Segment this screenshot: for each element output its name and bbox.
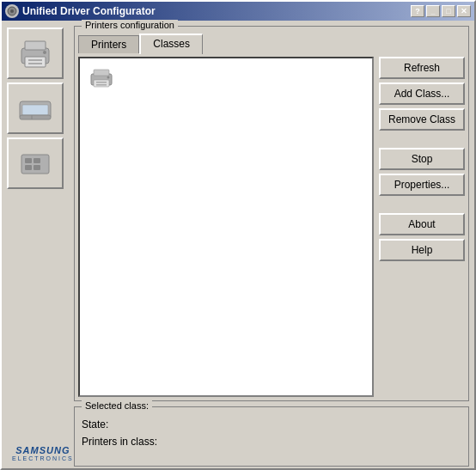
svg-rect-12 (21, 155, 49, 174)
properties-button[interactable]: Properties... (379, 174, 465, 196)
add-class-button[interactable]: Add Class... (379, 82, 465, 105)
svg-rect-14 (34, 158, 40, 163)
svg-rect-4 (25, 57, 46, 67)
refresh-button[interactable]: Refresh (379, 57, 465, 79)
svg-rect-20 (96, 82, 107, 83)
svg-rect-9 (22, 105, 48, 115)
svg-rect-15 (25, 165, 32, 170)
about-button[interactable]: About (379, 213, 465, 235)
close-button[interactable]: ✕ (457, 5, 471, 17)
left-sidebar (7, 26, 69, 467)
sidebar-item-printers[interactable] (7, 27, 64, 79)
svg-rect-21 (96, 84, 107, 86)
config-group: Printers configuration Printers Classes (74, 26, 469, 401)
title-bar-left: Unified Driver Configurator (5, 4, 156, 18)
selected-class-content: State: Printers in class: (82, 416, 461, 451)
remove-class-button[interactable]: Remove Class (379, 108, 465, 131)
help-button-main[interactable]: Help (379, 239, 465, 261)
printer-icon (16, 34, 54, 72)
brand-sub: ELECTRONICS (12, 455, 74, 461)
svg-rect-19 (94, 80, 109, 87)
svg-rect-13 (25, 158, 32, 163)
list-item[interactable] (85, 64, 367, 93)
config-group-label: Printers configuration (82, 20, 178, 30)
selected-class-label: Selected class: (82, 400, 152, 411)
sidebar-item-scanners[interactable] (7, 82, 64, 134)
tab-printers[interactable]: Printers (78, 35, 139, 53)
printers-in-class-line: Printers in class: (82, 433, 461, 450)
svg-point-7 (43, 51, 46, 54)
svg-rect-18 (94, 70, 109, 76)
brand-name: SAMSUNG (15, 445, 70, 455)
state-label: State: (82, 418, 108, 430)
spacer-1 (379, 134, 465, 144)
title-bar: Unified Driver Configurator ? _ □ ✕ (2, 2, 474, 21)
app-icon (5, 4, 19, 18)
title-bar-buttons: ? _ □ ✕ (411, 5, 471, 17)
svg-rect-3 (25, 41, 46, 50)
main-window: Unified Driver Configurator ? _ □ ✕ (0, 0, 476, 470)
list-area-wrapper: Refresh Add Class... Remove Class Stop P… (78, 57, 465, 397)
samsung-logo: SAMSUNG ELECTRONICS (12, 445, 74, 461)
svg-rect-6 (28, 63, 42, 64)
svg-point-22 (107, 76, 110, 79)
maximize-button[interactable]: □ (442, 5, 455, 17)
scanner-icon (16, 89, 54, 127)
svg-rect-16 (34, 165, 40, 170)
content-area: Printers configuration Printers Classes (2, 21, 474, 470)
svg-point-1 (10, 9, 14, 13)
minimize-button[interactable]: _ (426, 5, 440, 17)
stop-button[interactable]: Stop (379, 148, 465, 170)
printers-in-class-label: Printers in class: (82, 436, 157, 448)
svg-rect-10 (20, 115, 51, 119)
classes-list[interactable] (78, 57, 374, 397)
tab-classes[interactable]: Classes (139, 34, 203, 54)
right-buttons: Refresh Add Class... Remove Class Stop P… (379, 57, 465, 397)
help-button[interactable]: ? (411, 5, 424, 17)
main-area: Printers configuration Printers Classes (74, 26, 469, 467)
svg-rect-5 (28, 59, 42, 61)
selected-class-group: Selected class: State: Printers in class… (74, 406, 469, 467)
spacer-2 (379, 199, 465, 210)
window-title: Unified Driver Configurator (22, 5, 156, 17)
list-item-printer-icon (88, 65, 114, 91)
state-line: State: (82, 416, 461, 433)
tabs: Printers Classes (78, 34, 465, 53)
port-icon (16, 144, 54, 182)
sidebar-item-ports[interactable] (7, 137, 64, 189)
